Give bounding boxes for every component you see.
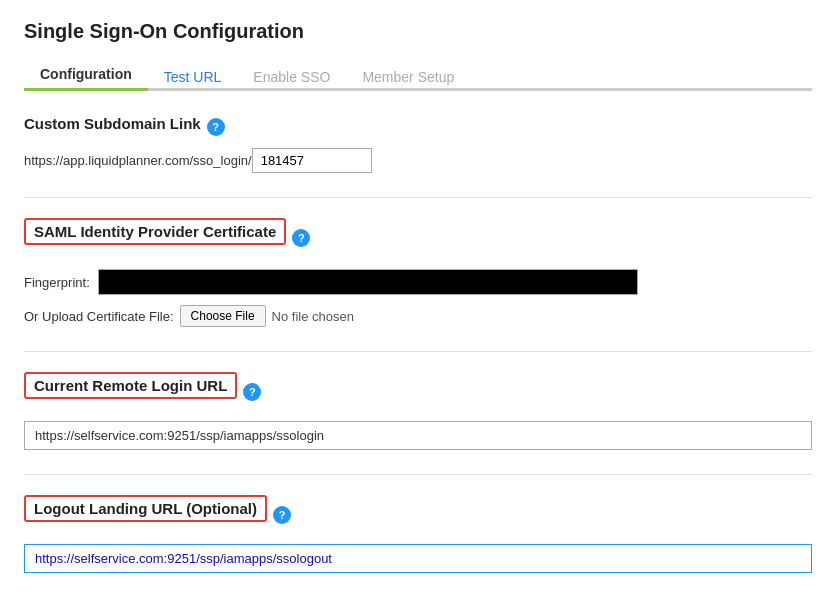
saml-section: SAML Identity Provider Certificate ? Fin…: [24, 218, 812, 327]
subdomain-heading: Custom Subdomain Link: [24, 115, 201, 132]
subdomain-help-icon[interactable]: ?: [207, 118, 225, 136]
login-url-help-icon[interactable]: ?: [243, 383, 261, 401]
saml-help-icon[interactable]: ?: [292, 229, 310, 247]
login-url-input[interactable]: [24, 421, 812, 450]
logout-url-section: Logout Landing URL (Optional) ?: [24, 495, 812, 573]
subdomain-section: Custom Subdomain Link ? https://app.liqu…: [24, 115, 812, 173]
upload-row: Or Upload Certificate File: Choose File …: [24, 305, 812, 327]
logout-url-heading: Logout Landing URL (Optional): [24, 495, 267, 522]
fingerprint-input[interactable]: [98, 269, 638, 295]
fingerprint-label: Fingerprint:: [24, 275, 90, 290]
tab-bar: Configuration Test URL Enable SSO Member…: [24, 57, 812, 91]
login-url-section: Current Remote Login URL ?: [24, 372, 812, 450]
logout-url-help-icon[interactable]: ?: [273, 506, 291, 524]
upload-label: Or Upload Certificate File:: [24, 309, 174, 324]
tab-enable-sso[interactable]: Enable SSO: [237, 63, 346, 91]
tab-configuration[interactable]: Configuration: [24, 60, 148, 91]
no-file-label: No file chosen: [272, 309, 354, 324]
subdomain-prefix: https://app.liquidplanner.com/sso_login/: [24, 153, 252, 168]
choose-file-button[interactable]: Choose File: [180, 305, 266, 327]
subdomain-row: https://app.liquidplanner.com/sso_login/: [24, 148, 812, 173]
fingerprint-row: Fingerprint:: [24, 269, 812, 295]
subdomain-input[interactable]: [252, 148, 372, 173]
login-url-heading: Current Remote Login URL: [24, 372, 237, 399]
tab-member-setup[interactable]: Member Setup: [346, 63, 470, 91]
logout-url-input[interactable]: [24, 544, 812, 573]
saml-heading: SAML Identity Provider Certificate: [24, 218, 286, 245]
page-title: Single Sign-On Configuration: [24, 20, 812, 43]
tab-test-url[interactable]: Test URL: [148, 63, 238, 91]
